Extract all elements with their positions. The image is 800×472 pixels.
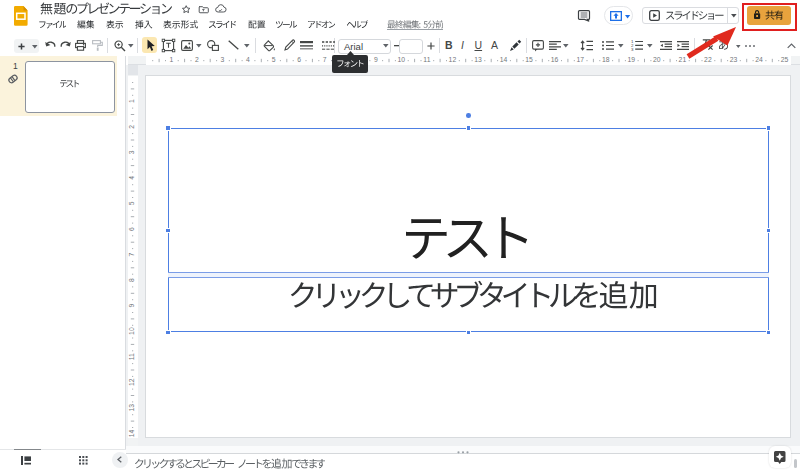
- svg-text:10: 10: [128, 327, 135, 335]
- svg-text:25: 25: [781, 56, 789, 63]
- svg-text:20: 20: [653, 56, 661, 63]
- svg-text:13: 13: [128, 404, 135, 412]
- svg-text:14: 14: [128, 429, 135, 437]
- svg-text:15: 15: [525, 56, 533, 63]
- svg-text:8: 8: [128, 278, 135, 282]
- svg-text:1: 1: [128, 99, 135, 103]
- svg-text:2: 2: [128, 125, 135, 129]
- svg-text:5: 5: [272, 56, 276, 63]
- svg-text:16: 16: [551, 56, 559, 63]
- svg-text:11: 11: [423, 56, 430, 63]
- svg-text:12: 12: [128, 378, 135, 386]
- svg-text:12: 12: [449, 56, 457, 63]
- svg-text:4: 4: [128, 176, 135, 180]
- svg-text:7: 7: [128, 252, 135, 256]
- svg-text:14: 14: [500, 56, 508, 63]
- svg-text:6: 6: [297, 56, 301, 63]
- svg-text:19: 19: [627, 56, 635, 63]
- svg-text:5: 5: [128, 201, 135, 205]
- svg-text:3: 3: [128, 150, 135, 154]
- svg-text:2: 2: [195, 56, 199, 63]
- svg-text:1: 1: [170, 56, 174, 63]
- svg-text:4: 4: [246, 56, 250, 63]
- svg-text:11: 11: [128, 353, 135, 360]
- svg-text:18: 18: [602, 56, 610, 63]
- svg-text:9: 9: [128, 303, 135, 307]
- svg-text:3: 3: [221, 56, 225, 63]
- svg-text:13: 13: [474, 56, 482, 63]
- svg-text:9: 9: [374, 56, 378, 63]
- svg-text:10: 10: [398, 56, 406, 63]
- svg-text:17: 17: [576, 56, 584, 63]
- svg-text:7: 7: [323, 56, 327, 63]
- svg-text:6: 6: [128, 227, 135, 231]
- svg-text:24: 24: [755, 56, 763, 63]
